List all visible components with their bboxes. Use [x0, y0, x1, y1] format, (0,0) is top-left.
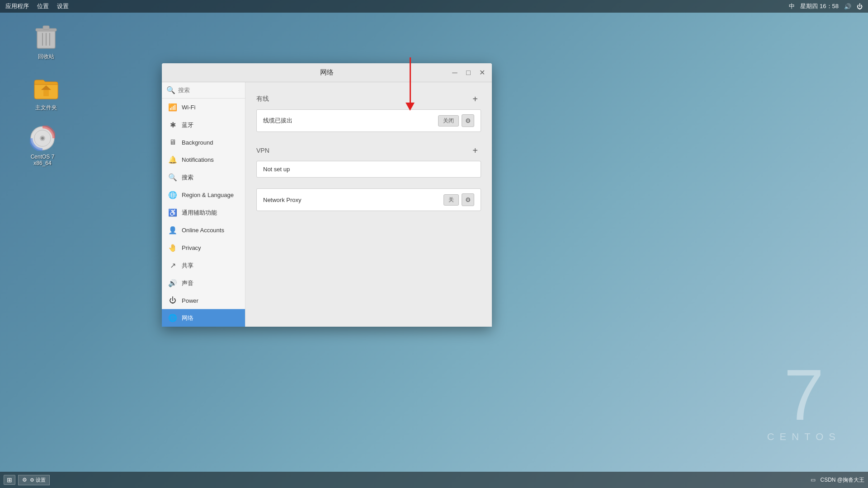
network-icon: 🌐	[168, 314, 177, 322]
sidebar-item-accessibility[interactable]: ♿ 通用辅助功能	[162, 204, 245, 221]
csdn-label: CSDN @掬沓大王	[820, 476, 864, 484]
wired-network-item: 线缆已拔出 关闭 ⚙	[256, 109, 481, 132]
trash-label: 回收站	[38, 53, 54, 61]
vpn-section-header: VPN +	[256, 145, 481, 156]
wired-add-button[interactable]: +	[469, 93, 481, 105]
taskbar-top-right: 中 星期四 16：58 🔊 ⏻	[789, 2, 863, 10]
sidebar-network-label: 网络	[182, 314, 193, 322]
bluetooth-icon: ✱	[168, 121, 177, 129]
datetime-display: 星期四 16：58	[800, 2, 839, 10]
minimize-button[interactable]: ─	[448, 66, 461, 79]
section-gap-1	[256, 136, 481, 143]
taskbar-bottom-left: ⊞ ⚙ ⚙ 设置	[4, 475, 50, 485]
taskbar-top: 应用程序 位置 设置 中 星期四 16：58 🔊 ⏻	[0, 0, 868, 13]
sidebar-item-privacy[interactable]: 🤚 Privacy	[162, 239, 245, 257]
svg-rect-2	[43, 26, 49, 29]
section-gap-2	[256, 181, 481, 188]
sidebar-power-label: Power	[182, 297, 198, 304]
online-accounts-icon: 👤	[168, 226, 177, 235]
sidebar-item-search[interactable]: 🔍 搜索	[162, 169, 245, 186]
sidebar-item-notifications[interactable]: 🔔 Notifications	[162, 151, 245, 169]
arrow-line	[410, 57, 411, 103]
sidebar-accessibility-label: 通用辅助功能	[182, 209, 217, 217]
sidebar-sound-label: 声音	[182, 279, 193, 287]
cdrom-image	[30, 126, 55, 151]
show-desktop-button[interactable]: ⊞	[4, 475, 15, 485]
wifi-icon: 📶	[168, 103, 177, 112]
network-proxy-item: Network Proxy 关 ⚙	[256, 188, 481, 211]
sidebar-item-network[interactable]: 🌐 网络	[162, 309, 245, 327]
power-icon-sidebar: ⏻	[168, 296, 177, 305]
proxy-gear-button[interactable]: ⚙	[462, 193, 474, 206]
sidebar-share-label: 共享	[182, 262, 193, 270]
settings-menu[interactable]: 设置	[57, 2, 69, 10]
desktop: 应用程序 位置 设置 中 星期四 16：58 🔊 ⏻ 回收站	[0, 0, 868, 488]
centos-watermark: 7 CENTOS	[767, 359, 841, 443]
sidebar-item-sound[interactable]: 🔊 声音	[162, 274, 245, 292]
svg-point-11	[41, 137, 44, 140]
sidebar-item-share[interactable]: ↗ 共享	[162, 257, 245, 274]
sidebar-wifi-label: Wi-Fi	[182, 104, 195, 111]
settings-taskbar-button[interactable]: ⚙ ⚙ 设置	[18, 475, 50, 485]
window-controls: ─ □ ✕	[448, 66, 488, 79]
maximize-button[interactable]: □	[462, 66, 475, 79]
sidebar-item-bluetooth[interactable]: ✱ 蓝牙	[162, 116, 245, 134]
settings-taskbar-icon: ⚙	[22, 477, 27, 483]
settings-window: 网络 ─ □ ✕ 🔍 📶 Wi-Fi ✱	[162, 63, 492, 327]
sidebar-item-wifi[interactable]: 📶 Wi-Fi	[162, 99, 245, 116]
taskbar-bottom-right: ▭ CSDN @掬沓大王	[811, 476, 864, 484]
sidebar-region-label: Region & Language	[182, 192, 234, 198]
sidebar-notifications-label: Notifications	[182, 156, 214, 163]
location-menu[interactable]: 位置	[37, 2, 49, 10]
cdrom-icon[interactable]: CentOS 7 x86_64	[24, 126, 61, 166]
settings-sidebar: 🔍 📶 Wi-Fi ✱ 蓝牙 🖥 Background 🔔	[162, 82, 245, 327]
vpn-add-button[interactable]: +	[469, 145, 481, 156]
sidebar-bluetooth-label: 蓝牙	[182, 121, 193, 129]
sidebar-item-power[interactable]: ⏻ Power	[162, 292, 245, 309]
search-icon-sidebar: 🔍	[168, 173, 177, 182]
input-indicator[interactable]: 中	[789, 2, 795, 10]
region-icon: 🌐	[168, 191, 177, 199]
network-proxy-label: Network Proxy	[263, 197, 302, 203]
sidebar-item-region[interactable]: 🌐 Region & Language	[162, 186, 245, 204]
home-folder-icon[interactable]: 主文件夹	[28, 76, 64, 112]
wired-gear-button[interactable]: ⚙	[462, 114, 474, 127]
wired-toggle-button[interactable]: 关闭	[438, 115, 459, 127]
centos-text: CENTOS	[767, 431, 841, 443]
apps-menu[interactable]: 应用程序	[5, 2, 29, 10]
wired-section-header: 有线 +	[256, 93, 481, 105]
share-icon: ↗	[168, 261, 177, 270]
sidebar-search-label: 搜索	[182, 174, 193, 182]
proxy-toggle-button[interactable]: 关	[443, 194, 459, 206]
wired-section-title: 有线	[256, 95, 269, 103]
window-title: 网络	[320, 68, 334, 77]
home-folder-image	[33, 76, 59, 101]
sidebar-search-bar[interactable]: 🔍	[162, 82, 245, 99]
privacy-icon: 🤚	[168, 244, 177, 252]
volume-icon[interactable]: 🔊	[844, 3, 851, 10]
main-content: 有线 + 线缆已拔出 关闭 ⚙ VPN + Not set	[245, 82, 492, 327]
trash-icon-image	[33, 25, 59, 50]
vpn-section-title: VPN	[256, 147, 269, 154]
power-icon[interactable]: ⏻	[857, 3, 863, 10]
home-folder-label: 主文件夹	[35, 104, 57, 112]
close-button[interactable]: ✕	[476, 66, 488, 79]
cdrom-label: CentOS 7 x86_64	[24, 154, 61, 166]
arrow-head	[406, 103, 415, 111]
trash-icon[interactable]: 回收站	[28, 25, 64, 61]
proxy-controls: 关 ⚙	[443, 193, 474, 206]
search-input[interactable]	[178, 87, 241, 94]
monitor-icon: ▭	[811, 477, 816, 483]
sidebar-privacy-label: Privacy	[182, 244, 201, 251]
notifications-icon: 🔔	[168, 155, 177, 164]
wired-connection-name: 线缆已拔出	[263, 117, 292, 125]
taskbar-bottom: ⊞ ⚙ ⚙ 设置 ▭ CSDN @掬沓大王	[0, 472, 868, 488]
sidebar-item-online-accounts[interactable]: 👤 Online Accounts	[162, 221, 245, 239]
red-arrow-indicator	[406, 57, 415, 111]
wired-controls: 关闭 ⚙	[438, 114, 474, 127]
sidebar-online-label: Online Accounts	[182, 227, 224, 234]
taskbar-top-left: 应用程序 位置 设置	[5, 2, 69, 10]
sidebar-item-background[interactable]: 🖥 Background	[162, 134, 245, 151]
search-icon: 🔍	[166, 86, 175, 94]
window-body: 🔍 📶 Wi-Fi ✱ 蓝牙 🖥 Background 🔔	[162, 82, 492, 327]
